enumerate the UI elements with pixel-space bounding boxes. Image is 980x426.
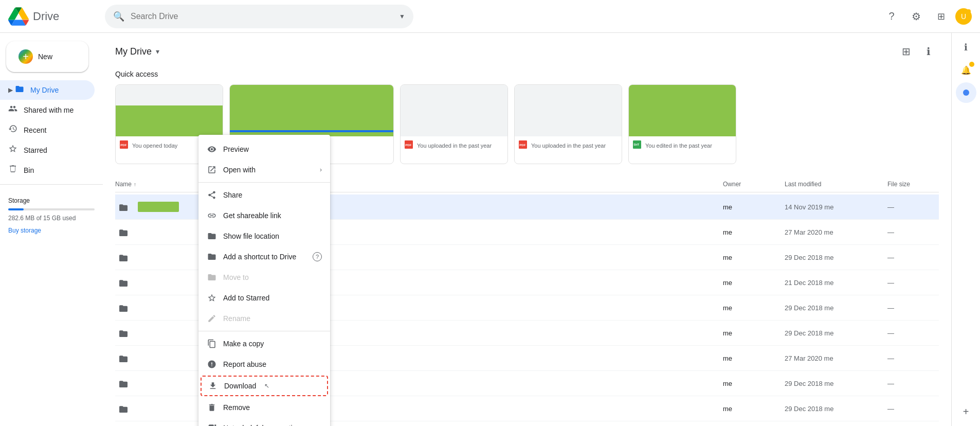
info-button[interactable]: ℹ (918, 41, 939, 62)
settings-button[interactable]: ⚙ (906, 6, 927, 27)
sidebar-divider (0, 184, 103, 185)
sidebar-item-recent-label: Recent (24, 126, 46, 134)
sidebar-item-bin[interactable]: Bin (0, 160, 95, 180)
open-with-arrow-icon: › (320, 166, 322, 173)
avatar[interactable]: U (955, 8, 972, 25)
menu-report-abuse-label: Report abuse (223, 360, 266, 368)
add-icon: + (963, 406, 969, 418)
menu-share-label: Share (223, 191, 242, 199)
menu-item-open-with[interactable]: Open with › (198, 159, 330, 180)
shared-with-me-icon (8, 104, 17, 116)
menu-move-to-label: Move to (223, 273, 249, 281)
card-meta-3: You uploaded in the past year (531, 143, 606, 149)
copy-icon (207, 339, 217, 349)
link-icon (207, 210, 217, 221)
expand-arrow-icon: ▶ (8, 86, 13, 94)
menu-item-not-helpful[interactable]: Not a helpful suggestion (198, 418, 330, 426)
storage-used-text: 282.6 MB of 15 GB used (8, 215, 95, 222)
menu-item-report-abuse[interactable]: Report abuse (198, 354, 330, 375)
sidebar-item-bin-label: Bin (24, 166, 34, 174)
sidebar-item-starred[interactable]: Starred (0, 140, 95, 160)
menu-item-preview[interactable]: Preview (198, 139, 330, 159)
search-input[interactable] (131, 12, 393, 21)
menu-item-download[interactable]: Download ↖ (201, 376, 328, 396)
logo[interactable]: Drive (8, 6, 101, 27)
menu-item-add-shortcut[interactable]: Add a shortcut to Drive ? (198, 246, 330, 267)
search-bar[interactable]: 🔍 ▼ (105, 5, 413, 28)
help-icon: ? (888, 10, 894, 22)
menu-item-rename: Rename (198, 308, 330, 329)
folder-icon-6 (115, 350, 132, 366)
menu-preview-label: Preview (223, 145, 249, 153)
notification-icon: 🔔 (961, 65, 971, 75)
sidebar-item-my-drive-label: My Drive (30, 86, 59, 94)
svg-text:SHT: SHT (633, 143, 639, 146)
download-icon (208, 381, 218, 391)
shortcut-icon (207, 252, 217, 262)
report-abuse-icon (207, 359, 217, 369)
pdf-icon-0: PDF (120, 140, 128, 151)
location-icon (207, 231, 217, 241)
logo-text: Drive (33, 10, 59, 23)
right-panel: ℹ 🔔 + (951, 33, 980, 426)
new-button-label: New (38, 52, 52, 61)
help-button[interactable]: ? (881, 6, 902, 27)
card-meta-4: You edited in the past year (645, 143, 712, 149)
thumbs-down-icon (207, 423, 217, 426)
menu-get-link-label: Get shareable link (223, 211, 281, 220)
help-circle-icon[interactable]: ? (313, 252, 322, 261)
sidebar-item-starred-label: Starred (24, 146, 47, 154)
details-panel-button[interactable]: ℹ (956, 37, 976, 58)
card-meta-0: You opened today (132, 143, 177, 149)
menu-item-move-to: Move to (198, 267, 330, 288)
open-with-icon (207, 165, 217, 175)
recent-icon (8, 124, 17, 136)
folder-icon-0 (115, 199, 132, 215)
storage-label: Storage (8, 197, 95, 204)
sidebar-item-my-drive[interactable]: ▶ My Drive (0, 80, 95, 100)
apps-button[interactable]: ⊞ (931, 6, 951, 27)
quick-access-label: Quick access (115, 70, 939, 78)
sidebar-item-shared[interactable]: Shared with me (0, 100, 95, 120)
menu-rename-label: Rename (223, 314, 250, 323)
menu-download-label: Download (224, 382, 256, 390)
drive-logo-icon (8, 6, 29, 27)
new-button[interactable]: + New (6, 41, 88, 72)
grid-view-icon: ⊞ (902, 45, 911, 58)
my-drive-dropdown-icon[interactable]: ▾ (156, 47, 159, 56)
menu-item-make-copy[interactable]: Make a copy (198, 333, 330, 354)
cursor-indicator: ↖ (264, 382, 269, 389)
folder-icon-4 (115, 299, 132, 316)
grid-view-button[interactable]: ⊞ (896, 41, 916, 62)
sidebar: + New ▶ My Drive Shared with me Recent S… (0, 33, 103, 426)
apps-grid-icon: ⊞ (937, 11, 945, 22)
menu-item-get-link[interactable]: Get shareable link (198, 205, 330, 226)
menu-item-share[interactable]: Share (198, 185, 330, 205)
rename-icon (207, 313, 217, 324)
card-meta-2: You uploaded in the past year (417, 143, 492, 149)
quick-card-2[interactable]: PDF You uploaded in the past year (400, 84, 508, 164)
notification-panel-button[interactable]: 🔔 (956, 60, 976, 80)
menu-not-helpful-label: Not a helpful suggestion (223, 424, 300, 426)
bin-icon (8, 164, 17, 176)
menu-item-show-location[interactable]: Show file location (198, 226, 330, 246)
svg-text:PDF: PDF (120, 144, 126, 147)
avatar-initial: U (961, 12, 966, 21)
my-drive-title: My Drive (115, 46, 152, 57)
menu-remove-label: Remove (223, 403, 250, 412)
menu-item-remove[interactable]: Remove (198, 397, 330, 418)
quick-card-3[interactable]: PDF You uploaded in the past year (514, 84, 622, 164)
sidebar-item-recent[interactable]: Recent (0, 120, 95, 140)
buy-storage-link[interactable]: Buy storage (8, 227, 41, 234)
menu-make-copy-label: Make a copy (223, 340, 264, 348)
quick-card-4[interactable]: SHT You edited in the past year (628, 84, 736, 164)
active-panel-button[interactable] (956, 82, 976, 103)
col-modified-header: Last modified (785, 181, 887, 188)
view-toggle: ⊞ ℹ (896, 41, 939, 62)
add-panel-button[interactable]: + (956, 401, 976, 422)
folder-icon-3 (115, 274, 132, 291)
menu-item-add-starred[interactable]: Add to Starred (198, 288, 330, 308)
settings-icon: ⚙ (912, 10, 921, 23)
menu-show-location-label: Show file location (223, 232, 279, 240)
search-dropdown-arrow[interactable]: ▼ (399, 13, 405, 20)
